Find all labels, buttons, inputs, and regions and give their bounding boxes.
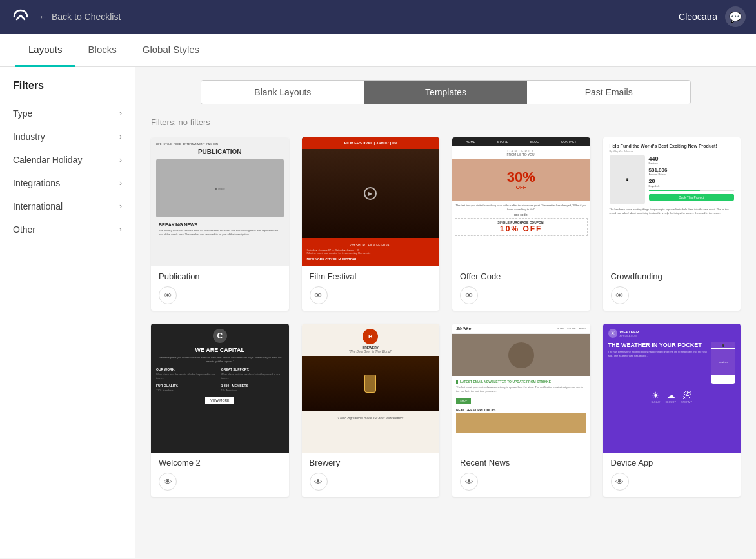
preview-bar-device: 👁 [603, 470, 741, 497]
template-card-brewery[interactable]: B BREWERY "The Best Beer In The World!" … [302, 324, 440, 497]
preview-eye-crowd[interactable]: 👁 [611, 286, 629, 304]
past-emails-btn[interactable]: Past Emails [527, 81, 690, 104]
tab-global-styles[interactable]: Global Styles [130, 34, 212, 67]
eye-icon: 👁 [465, 477, 473, 487]
preview-bar-film: 👁 [302, 284, 440, 311]
template-card-crowdfunding[interactable]: Help Fund the World's Best Exciting New … [603, 137, 741, 311]
filters-title: Filters [0, 80, 135, 102]
template-label-brewery: Brewery [302, 453, 440, 470]
sidebar: Filters Type › Industry › Calendar Holid… [0, 67, 135, 558]
active-filters-label: Filters: no filters [151, 117, 741, 127]
eye-icon: 👁 [314, 291, 323, 300]
preview-bar-news: 👁 [452, 470, 590, 497]
preview-eye-brewery[interactable]: 👁 [310, 473, 328, 491]
filter-type-label: Type [13, 108, 32, 119]
back-arrow-icon: ← [39, 12, 48, 22]
chat-button[interactable]: 💬 [725, 6, 746, 27]
preview-eye-publication[interactable]: 👁 [159, 286, 177, 304]
template-label-device: Device App [603, 453, 741, 470]
content-area: Filters Type › Industry › Calendar Holid… [0, 67, 756, 558]
eye-icon: 👁 [615, 477, 624, 487]
preview-bar-offer: 👁 [452, 284, 590, 311]
template-thumb-publication: LIFESTYLEFOODENTERTAINMENTFASHION PUBLIC… [151, 137, 289, 266]
template-label-crowd: Crowdfunding [603, 266, 741, 284]
filter-integrations-label: Integrations [13, 178, 60, 188]
template-label-publication: Publication [151, 266, 289, 284]
blank-layouts-btn[interactable]: Blank Layouts [201, 81, 364, 104]
preview-bar-publication: 👁 [151, 284, 289, 311]
filter-calendar-label: Calendar Holiday [13, 155, 82, 165]
eye-icon: 👁 [465, 291, 473, 300]
template-label-news: Recent News [452, 453, 590, 470]
template-thumb-film: FILM FESTIVAL | JAN 07 | 09 2nd SHORT FI… [302, 137, 440, 266]
filter-international-label: International [13, 201, 63, 211]
template-card-device-app[interactable]: ☀ WEATHER APPLICATION THE WEATHER IN YOU… [603, 324, 741, 497]
template-card-offer-code[interactable]: HOMESTOREBLOGCONTACT CANTERLY FROM US TO… [452, 137, 590, 311]
main-content: Blank Layouts Templates Past Emails Filt… [135, 67, 756, 558]
tab-bar: Layouts Blocks Global Styles [0, 34, 756, 67]
template-card-film-festival[interactable]: FILM FESTIVAL | JAN 07 | 09 2nd SHORT FI… [302, 137, 440, 311]
template-label-welcome2: Welcome 2 [151, 453, 289, 470]
username: Cleocatra [679, 12, 717, 22]
layout-toggle: Blank Layouts Templates Past Emails [201, 80, 691, 104]
preview-bar-brewery: 👁 [302, 470, 440, 497]
filter-international[interactable]: International › [0, 195, 135, 218]
preview-bar-welcome2: 👁 [151, 470, 289, 497]
top-nav: ← Back to Checklist Cleocatra 💬 [0, 0, 756, 34]
filter-calendar-holiday[interactable]: Calendar Holiday › [0, 148, 135, 172]
filter-industry-label: Industry [13, 132, 45, 142]
chevron-right-icon: › [119, 179, 122, 188]
template-card-welcome2[interactable]: C WE ARE CAPITAL The same place you visi… [151, 324, 289, 497]
templates-btn[interactable]: Templates [364, 81, 528, 104]
eye-icon: 👁 [164, 477, 172, 487]
tab-blocks[interactable]: Blocks [75, 34, 130, 67]
chevron-right-icon: › [119, 202, 122, 211]
template-card-recent-news[interactable]: Strikke HOME STORE MENU LATEST EMAIL NEW… [452, 324, 590, 497]
preview-eye-device[interactable]: 👁 [611, 473, 629, 491]
preview-bar-crowd: 👁 [603, 284, 741, 311]
back-to-checklist[interactable]: ← Back to Checklist [39, 12, 121, 22]
preview-eye-news[interactable]: 👁 [460, 473, 478, 491]
template-grid: LIFESTYLEFOODENTERTAINMENTFASHION PUBLIC… [151, 137, 741, 497]
preview-eye-offer[interactable]: 👁 [460, 286, 478, 304]
preview-eye-film[interactable]: 👁 [310, 286, 328, 304]
preview-eye-welcome2[interactable]: 👁 [159, 473, 177, 491]
filter-other-label: Other [13, 224, 35, 235]
chevron-right-icon: › [119, 155, 122, 164]
chevron-right-icon: › [119, 132, 122, 141]
nav-left: ← Back to Checklist [10, 6, 121, 27]
template-label-film: Film Festival [302, 266, 440, 284]
template-thumb-crowd: Help Fund the World's Best Exciting New … [603, 137, 741, 266]
app-logo [10, 6, 31, 27]
filter-other[interactable]: Other › [0, 218, 135, 241]
template-thumb-brewery: B BREWERY "The Best Beer In The World!" … [302, 324, 440, 453]
eye-icon: 👁 [314, 477, 323, 487]
template-card-publication[interactable]: LIFESTYLEFOODENTERTAINMENTFASHION PUBLIC… [151, 137, 289, 311]
eye-icon: 👁 [164, 291, 172, 300]
eye-icon: 👁 [615, 291, 624, 300]
template-thumb-offer: HOMESTOREBLOGCONTACT CANTERLY FROM US TO… [452, 137, 590, 266]
nav-right: Cleocatra 💬 [679, 6, 746, 27]
tab-layouts[interactable]: Layouts [15, 34, 75, 67]
template-thumb-device: ☀ WEATHER APPLICATION THE WEATHER IN YOU… [603, 324, 741, 453]
back-label: Back to Checklist [52, 12, 121, 22]
chat-icon: 💬 [729, 11, 742, 23]
filter-integrations[interactable]: Integrations › [0, 172, 135, 195]
filter-type[interactable]: Type › [0, 102, 135, 125]
chevron-right-icon: › [119, 225, 122, 234]
filter-industry[interactable]: Industry › [0, 125, 135, 148]
template-thumb-welcome2: C WE ARE CAPITAL The same place you visi… [151, 324, 289, 453]
template-label-offer: Offer Code [452, 266, 590, 284]
chevron-right-icon: › [119, 109, 122, 118]
template-thumb-news: Strikke HOME STORE MENU LATEST EMAIL NEW… [452, 324, 590, 453]
